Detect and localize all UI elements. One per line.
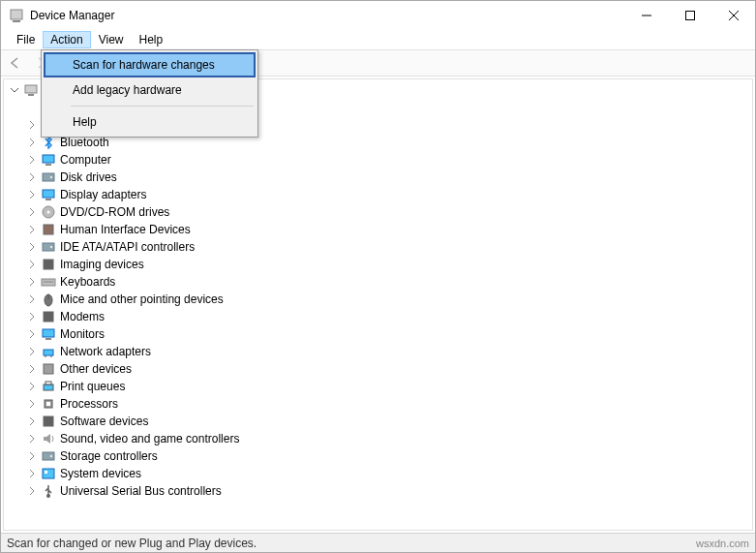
device-label: Imaging devices [60, 258, 144, 271]
software-icon [41, 414, 56, 429]
expander-icon[interactable] [25, 153, 39, 167]
expander-icon[interactable] [25, 205, 39, 219]
svg-point-17 [47, 211, 50, 214]
expander-icon[interactable] [25, 118, 39, 132]
expander-icon[interactable] [25, 345, 39, 358]
device-label: Human Interface Devices [60, 223, 191, 236]
tree-item[interactable]: DVD/CD-ROM drives [8, 203, 752, 221]
expander-icon[interactable] [25, 275, 39, 289]
expander-icon[interactable] [25, 397, 39, 411]
tree-item[interactable]: Print queues [8, 378, 752, 395]
expander-icon[interactable] [25, 415, 39, 428]
svg-rect-33 [44, 384, 53, 390]
svg-rect-15 [45, 199, 51, 200]
expander-icon[interactable] [25, 310, 39, 323]
tree-item[interactable]: Sound, video and game controllers [8, 430, 752, 447]
svg-rect-12 [43, 173, 54, 181]
expander-icon[interactable] [25, 380, 39, 393]
disk-icon [41, 169, 56, 185]
device-label: Sound, video and game controllers [60, 432, 239, 445]
svg-rect-18 [44, 225, 53, 234]
expander-icon[interactable] [25, 432, 39, 445]
svg-rect-32 [44, 364, 53, 374]
svg-point-20 [50, 246, 52, 248]
device-label: Disk drives [60, 170, 117, 184]
device-label: Universal Serial Bus controllers [60, 484, 222, 498]
tree-item[interactable]: Keyboards [8, 273, 752, 291]
svg-point-13 [50, 176, 52, 178]
ide-icon [41, 239, 56, 255]
expander-icon[interactable] [25, 188, 39, 201]
app-icon [9, 8, 24, 23]
expander-icon[interactable] [8, 83, 21, 97]
svg-point-42 [46, 494, 50, 498]
hid-icon [41, 222, 56, 237]
expander-icon[interactable] [25, 258, 39, 271]
maximize-button[interactable] [668, 1, 711, 30]
tree-item[interactable]: Processors [8, 395, 752, 413]
device-label: System devices [60, 467, 141, 480]
menu-add-legacy[interactable]: Add legacy hardware [44, 77, 256, 103]
tree-item[interactable]: Computer [8, 151, 752, 169]
tree-item[interactable]: Display adapters [8, 186, 752, 203]
menu-view[interactable]: View [91, 31, 132, 48]
device-tree[interactable]: Batteries Bluetooth Computer Disk drives… [3, 78, 753, 531]
tree-item[interactable]: Monitors [8, 325, 752, 343]
svg-rect-36 [46, 402, 50, 406]
mouse-icon [41, 292, 56, 307]
back-button[interactable] [5, 52, 26, 74]
device-label: IDE ATA/ATAPI controllers [60, 240, 195, 254]
device-label: Mice and other pointing devices [60, 292, 224, 306]
tree-item[interactable]: Modems [8, 308, 752, 325]
tree-item[interactable]: Storage controllers [8, 447, 752, 465]
window-title: Device Manager [30, 9, 624, 22]
storage-icon [41, 448, 56, 464]
device-label: Network adapters [60, 345, 151, 358]
svg-rect-27 [43, 329, 54, 337]
expander-icon[interactable] [25, 362, 39, 376]
expander-icon[interactable] [25, 223, 39, 236]
expander-icon[interactable] [25, 327, 39, 341]
expander-icon[interactable] [25, 467, 39, 480]
expander-icon[interactable] [25, 484, 39, 498]
monitor-icon [41, 326, 56, 342]
tree-item[interactable]: Human Interface Devices [8, 221, 752, 238]
svg-rect-6 [25, 85, 37, 93]
credit-text: wsxdn.com [696, 538, 749, 549]
menu-action[interactable]: Action [43, 31, 90, 48]
svg-rect-0 [11, 10, 22, 19]
tree-item[interactable]: Network adapters [8, 343, 752, 360]
svg-rect-7 [28, 94, 34, 96]
window-controls [624, 1, 755, 30]
expander-icon[interactable] [25, 136, 39, 149]
menu-help-item[interactable]: Help [44, 109, 256, 135]
tree-item[interactable]: System devices [8, 465, 752, 482]
sound-icon [41, 431, 56, 446]
imaging-icon [41, 257, 56, 272]
svg-rect-10 [43, 155, 54, 163]
expander-icon[interactable] [25, 449, 39, 463]
tree-item[interactable]: Disk drives [8, 169, 752, 186]
action-dropdown: Scan for hardware changes Add legacy har… [41, 49, 258, 138]
svg-rect-40 [43, 469, 54, 478]
expander-icon[interactable] [25, 170, 39, 184]
tree-item[interactable]: Universal Serial Bus controllers [8, 482, 752, 500]
menu-separator [71, 106, 254, 107]
tree-item[interactable]: IDE ATA/ATAPI controllers [8, 238, 752, 256]
menubar: File Action View Help [1, 30, 755, 49]
svg-rect-19 [43, 243, 54, 251]
expander-icon[interactable] [25, 292, 39, 306]
tree-item[interactable]: Software devices [8, 413, 752, 430]
close-button[interactable] [711, 1, 755, 30]
expander-icon[interactable] [25, 240, 39, 254]
menu-help[interactable]: Help [132, 31, 171, 48]
menu-scan-hardware[interactable]: Scan for hardware changes [44, 52, 256, 77]
tree-item[interactable]: Imaging devices [8, 256, 752, 273]
minimize-button[interactable] [624, 1, 668, 30]
computer-icon [41, 152, 56, 168]
menu-file[interactable]: File [9, 31, 43, 48]
tree-item[interactable]: Mice and other pointing devices [8, 291, 752, 308]
printer-icon [41, 379, 56, 394]
tree-item[interactable]: Other devices [8, 360, 752, 378]
device-label: Processors [60, 397, 118, 411]
